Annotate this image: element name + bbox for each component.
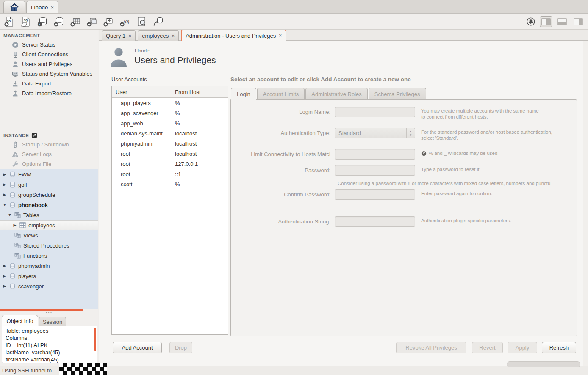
doc-tab-administration-users-and-privileges[interactable]: Administration - Users and Privileges× [181, 30, 286, 41]
content-scrollbar-track[interactable] [583, 41, 588, 366]
create-procedure-icon[interactable] [103, 16, 114, 27]
expand-arrow-icon[interactable]: ▶ [3, 182, 7, 187]
column-header-user[interactable]: User [112, 86, 171, 97]
tree-item-employees[interactable]: ▶employees [0, 220, 98, 230]
table-row[interactable]: root::1 [112, 169, 228, 179]
table-row[interactable]: app_players% [112, 98, 228, 108]
close-icon[interactable]: × [279, 33, 282, 39]
new-sql-tab-icon[interactable]: SQL [3, 16, 15, 27]
schema-icon [9, 273, 16, 279]
tree-item-functions[interactable]: Functions [0, 251, 98, 261]
create-table-icon[interactable] [69, 16, 81, 27]
object-info-line: lastName varchar(45) [6, 349, 94, 356]
search-data-icon[interactable] [136, 16, 147, 27]
sync-db-icon[interactable] [152, 16, 164, 27]
tab-object-info[interactable]: Object Info [2, 315, 38, 326]
schema-tree: ▶FWM▶golf▶groupSchedule▼phonebook▼Tables… [0, 169, 98, 309]
toggle-left-panel-icon[interactable] [540, 16, 552, 27]
tree-item-stored-procedures[interactable]: Stored Procedures [0, 240, 98, 251]
expand-arrow-icon[interactable]: ▶ [3, 284, 7, 288]
user-cell: phpmyadmin [112, 138, 171, 149]
tab-session[interactable]: Session [39, 317, 66, 326]
expand-arrow-icon[interactable]: ▶ [3, 193, 7, 197]
tree-item-fwm[interactable]: ▶FWM [0, 169, 98, 179]
user-accounts-label: User Accounts [111, 76, 147, 83]
authentication-string-input[interactable] [335, 216, 415, 227]
doc-tab-query-1[interactable]: Query 1× [102, 30, 136, 41]
tree-item-groupschedule[interactable]: ▶groupSchedule [0, 190, 98, 200]
tree-item-tables[interactable]: ▼Tables [0, 210, 98, 220]
sidebar-item-status-and-system-variables[interactable]: Status and System Variables [0, 69, 98, 79]
error-icon [421, 151, 427, 156]
editor-instruction: Select an account to edit or click Add A… [230, 76, 411, 83]
db-inspector-icon[interactable]: i [36, 16, 48, 27]
from-host-cell: % [171, 181, 180, 188]
connection-tab[interactable]: Linode × [26, 1, 58, 13]
refresh-button[interactable]: Refresh [542, 342, 576, 353]
sidebar-item-server-status[interactable]: Server Status [0, 40, 98, 50]
close-icon[interactable]: × [128, 33, 131, 39]
column-header-from-host[interactable]: From Host [171, 89, 201, 95]
table-row[interactable]: root127.0.0.1 [112, 159, 228, 169]
create-schema-icon[interactable] [53, 16, 64, 27]
drop-button: Drop [169, 342, 192, 353]
schema-icon [9, 283, 16, 290]
tree-item-players[interactable]: ▶players [0, 271, 98, 281]
tab-login[interactable]: Login [231, 88, 256, 99]
tree-item-phonebook[interactable]: ▼phonebook [0, 200, 98, 210]
sidebar-item-data-export[interactable]: Data Export [0, 79, 98, 88]
create-view-icon[interactable] [86, 16, 97, 27]
object-info-scrollbar[interactable] [94, 328, 96, 351]
authentication-type-label: Authentication Type: [231, 128, 335, 136]
create-function-icon[interactable]: {0} [119, 16, 130, 27]
add-account-button[interactable]: Add Account [113, 342, 162, 353]
tree-item-golf[interactable]: ▶golf [0, 179, 98, 190]
password-input[interactable] [335, 165, 415, 176]
expand-arrow-icon[interactable]: ▼ [8, 213, 12, 217]
expand-arrow-icon[interactable]: ▶ [3, 172, 7, 176]
limit-hosts-input[interactable] [335, 149, 415, 160]
tree-item-label: golf [18, 182, 27, 188]
login-name-input[interactable] [335, 107, 415, 117]
login-tab-panel: Login Name: You may create multiple acco… [230, 99, 577, 336]
doc-tab-label: employees [142, 33, 169, 39]
authentication-type-hint: For the standard password and/or host ba… [421, 128, 552, 141]
expand-arrow-icon[interactable]: ▶ [3, 264, 7, 268]
table-row[interactable]: debian-sys-maintlocalhost [112, 128, 228, 138]
doc-tab-employees[interactable]: employees× [138, 30, 179, 41]
sidebar-item-data-import-restore[interactable]: Data Import/Restore [0, 88, 98, 98]
table-row[interactable]: phpmyadminlocalhost [112, 138, 228, 149]
notifications-icon[interactable] [525, 16, 536, 28]
mysql-workbench-window: Linode × SQLSQLi{0} MANAGEMENT Server St… [0, 0, 588, 375]
object-info-line: Columns: [6, 334, 94, 342]
server-status-icon [12, 41, 19, 48]
splitter-handle[interactable]: ••• [43, 310, 55, 314]
user-cell: root [112, 149, 171, 159]
sidebar-item-client-connections[interactable]: Client Connections [0, 50, 98, 59]
table-row[interactable]: app_scavenger% [112, 108, 228, 118]
apply-button: Apply [508, 342, 537, 353]
home-tab[interactable] [3, 1, 25, 13]
horizontal-scrollbar-thumb[interactable] [507, 361, 580, 367]
tree-item-views[interactable]: Views [0, 230, 98, 240]
expand-arrow-icon[interactable]: ▶ [13, 223, 17, 227]
sidebar-item-users-and-privileges[interactable]: Users and Privileges [0, 59, 98, 69]
schema-icon [9, 171, 16, 178]
authentication-type-select[interactable]: Standard ▲▼ [335, 128, 415, 138]
table-row[interactable]: scott% [112, 179, 228, 189]
tree-item-phpmyadmin[interactable]: ▶phpmyadmin [0, 261, 98, 271]
close-icon[interactable]: × [172, 33, 175, 39]
close-icon[interactable]: × [51, 4, 54, 11]
toggle-bottom-panel-icon[interactable] [556, 16, 569, 27]
tree-item-scavenger[interactable]: ▶scavenger [0, 281, 98, 291]
spinner-arrows-icon: ▲▼ [406, 128, 415, 138]
table-row[interactable]: rootlocalhost [112, 149, 228, 159]
open-sql-script-icon[interactable]: SQL [20, 16, 31, 27]
confirm-password-input[interactable] [335, 189, 415, 200]
toggle-right-panel-icon[interactable] [572, 16, 585, 27]
table-row[interactable]: app_web% [112, 118, 228, 128]
svg-text:SQL: SQL [24, 19, 29, 21]
expand-arrow-icon[interactable]: ▼ [3, 203, 7, 207]
expand-arrow-icon[interactable]: ▶ [3, 274, 7, 278]
from-host-cell: localhost [171, 130, 197, 137]
